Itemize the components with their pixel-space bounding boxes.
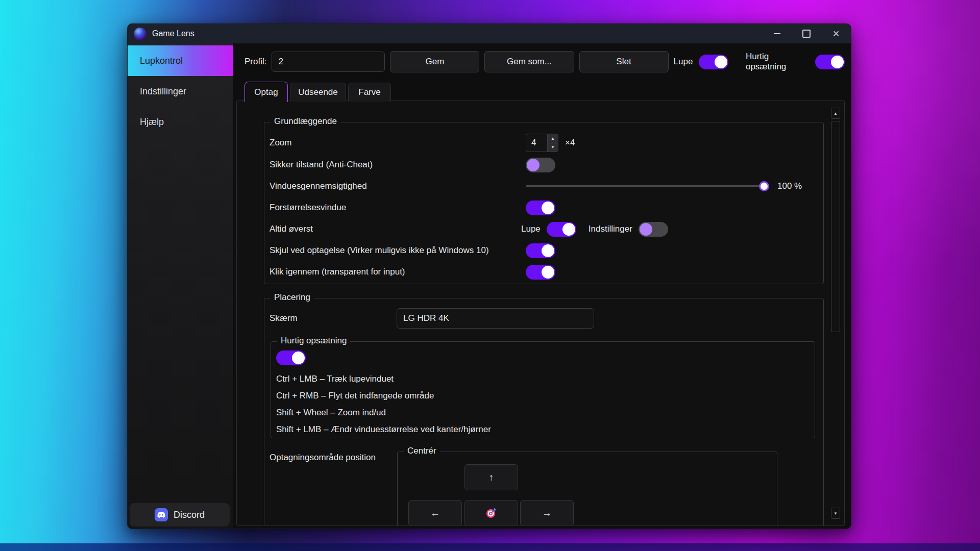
screen-row: Skærm LG HDR 4K [264,308,823,329]
hide-on-capture-toggle[interactable] [526,243,555,258]
zoom-spinner[interactable]: 4 ▲ ▼ [526,134,558,152]
hotkey-list: Ctrl + LMB – Træk lupevinduet Ctrl + RMB… [276,370,815,438]
hide-on-capture-row: Skjul ved optagelse (Virker muligvis ikk… [264,240,823,261]
toggle-knob [527,159,540,171]
maximize-button[interactable] [792,24,821,43]
opacity-row: Vinduesgennemsigtighed 100 % [264,176,823,197]
hotkey-item: Ctrl + LMB – Træk lupevinduet [276,370,815,387]
arrow-left-icon: ← [430,508,440,519]
always-on-top-row: Altid øverst Lupe Indstillinger [264,218,823,240]
always-on-top-label: Altid øverst [270,224,526,234]
app-logo-icon [134,28,146,40]
toolbar-toggles: Lupe Hurtig opsætning [674,52,846,72]
sidebar-item-indstillinger[interactable]: Indstillinger [128,76,233,107]
profile-toolbar: Profil: Gem Gem som... Slet Lupe Hurtig … [244,52,846,72]
scrollbar-up-button[interactable]: ▲ [831,108,840,119]
zoom-row: Zoom 4 ▲ ▼ ×4 [264,132,823,154]
lens-toggle[interactable] [699,55,728,69]
zoom-label: Zoom [270,138,526,148]
move-right-button[interactable]: → [520,500,574,526]
center-group-legend: Centrér [404,446,440,456]
basic-settings-group: Grundlæggende Zoom 4 ▲ ▼ [264,122,824,284]
panel-scrollbar[interactable]: ▲ ▼ [831,101,840,525]
minimize-icon [774,33,780,34]
capture-position-label: Optagningsområde position [270,453,376,463]
tab-panel-optag: Grundlæggende Zoom 4 ▲ ▼ [236,101,845,526]
tab-bar: Optag Udseende Farve [244,81,851,102]
opacity-slider[interactable] [526,181,769,191]
always-on-top-lens-toggle[interactable] [547,222,576,237]
center-button[interactable] [464,500,518,526]
toggle-knob [831,56,844,68]
save-as-button[interactable]: Gem som... [484,51,574,72]
toggle-knob [542,244,554,257]
window-title: Game Lens [152,29,194,38]
hotkey-item: Ctrl + RMB – Flyt det indfangede område [276,387,815,404]
discord-button-label: Discord [174,510,205,520]
scrollbar-down-button[interactable]: ▼ [831,508,840,519]
quick-setup-group-legend: Hurtig opsætning [277,336,350,346]
magnifier-window-label: Forstørrelsesvindue [270,203,526,213]
close-button[interactable]: ✕ [821,24,851,43]
opacity-value: 100 % [777,181,802,191]
profile-label: Profil: [244,57,266,67]
desktop-background: Game Lens ✕ Lupkontrol Indstillinger Hjæ… [0,0,980,551]
center-group: Centrér ↑ ← [397,452,777,526]
magnifier-window-toggle[interactable] [526,201,555,215]
safe-mode-row: Sikker tilstand (Anti-Cheat) [264,154,823,176]
opacity-slider-knob[interactable] [759,181,769,191]
zoom-spinner-down-button[interactable]: ▼ [548,143,558,152]
toggle-knob [640,223,652,236]
toggle-knob [715,56,727,68]
desktop-bottom-strip [0,543,980,551]
placement-group-legend: Placering [271,292,314,303]
hotkey-item: Shift + Wheel – Zoom ind/ud [276,404,815,421]
spinner-down-icon: ▼ [551,145,555,149]
hotkey-item: Shift + LMB – Ændr vinduesstørrelse ved … [276,421,815,438]
quick-setup-toggle[interactable] [815,55,845,69]
zoom-factor-label: ×4 [565,138,575,148]
screen-select[interactable]: LG HDR 4K [397,308,594,329]
tab-optag[interactable]: Optag [244,82,288,102]
quick-setup-group-toggle[interactable] [276,350,306,365]
app-window: Game Lens ✕ Lupkontrol Indstillinger Hjæ… [127,23,851,529]
scroll-down-icon: ▼ [834,511,838,516]
click-through-toggle[interactable] [526,265,555,280]
minimize-button[interactable] [762,24,792,43]
magnifier-window-row: Forstørrelsesvindue [264,197,823,218]
delete-button[interactable]: Slet [579,51,669,72]
main-content: Profil: Gem Gem som... Slet Lupe Hurtig … [233,43,851,529]
screen-label: Skærm [270,313,397,323]
tab-udseende[interactable]: Udseende [290,83,346,102]
zoom-value: 4 [526,134,547,152]
tab-farve[interactable]: Farve [348,83,391,102]
save-button[interactable]: Gem [390,51,479,72]
discord-icon [155,508,168,521]
target-icon [485,507,497,519]
sidebar-item-hjaelp[interactable]: Hjælp [128,107,233,137]
toggle-knob [542,202,554,214]
always-on-top-lens-label: Lupe [521,224,541,234]
scroll-up-icon: ▲ [834,111,838,116]
lens-toggle-label: Lupe [674,57,693,67]
click-through-row: Klik igennem (transparent for input) [264,261,823,283]
scrollbar-thumb[interactable] [831,121,840,332]
discord-button[interactable]: Discord [130,503,230,527]
toggle-knob [542,266,554,279]
move-up-button[interactable]: ↑ [464,464,518,490]
click-through-label: Klik igennem (transparent for input) [270,267,526,277]
maximize-icon [802,30,811,38]
always-on-top-settings-label: Indstillinger [589,224,632,234]
titlebar[interactable]: Game Lens ✕ [128,24,851,43]
safe-mode-toggle[interactable] [526,158,555,172]
profile-input[interactable] [272,52,385,72]
move-left-button[interactable]: ← [408,500,462,526]
always-on-top-settings-toggle[interactable] [639,222,668,237]
sidebar-item-lupkontrol[interactable]: Lupkontrol [128,45,233,76]
zoom-spinner-up-button[interactable]: ▲ [548,134,558,143]
arrow-right-icon: → [542,508,552,519]
toggle-knob [562,223,575,236]
arrow-up-icon: ↑ [489,472,494,483]
opacity-slider-track [526,185,769,187]
placement-group: Placering Skærm LG HDR 4K Hurtig opsætni… [264,298,824,526]
